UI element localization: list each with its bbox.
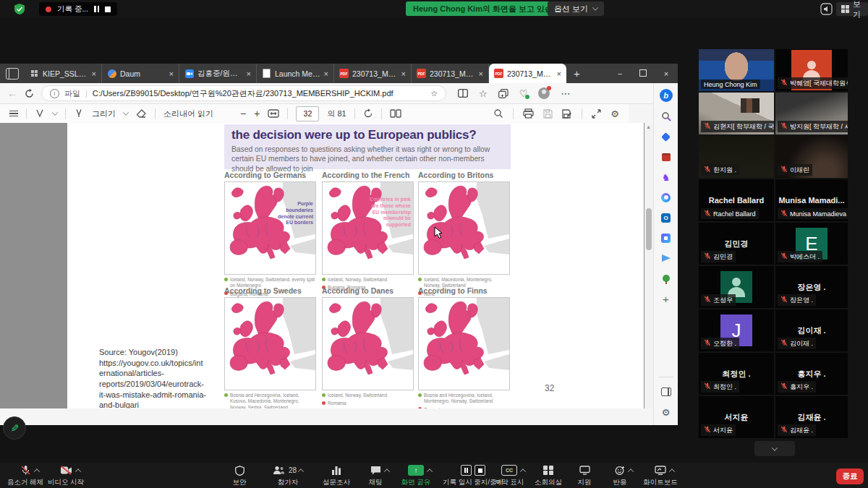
read-aloud-button[interactable]: 소리내어 읽기 bbox=[163, 108, 213, 119]
tools-icon[interactable] bbox=[660, 151, 672, 163]
new-tab-button[interactable]: + bbox=[574, 67, 580, 80]
print-icon[interactable] bbox=[523, 108, 534, 119]
tab-close-icon[interactable]: × bbox=[92, 69, 96, 78]
tab-kiep[interactable]: KIEP_SSL_VP × bbox=[25, 64, 102, 83]
tab-close-icon[interactable]: × bbox=[479, 69, 483, 78]
favorites-icon[interactable]: ☆ bbox=[479, 88, 488, 99]
view-layout-button[interactable]: 보기 bbox=[836, 2, 868, 16]
microsoft365-icon[interactable] bbox=[660, 192, 672, 203]
participants-chevron-icon[interactable] bbox=[298, 468, 304, 474]
fullscreen-icon[interactable] bbox=[592, 109, 601, 119]
draw-icon[interactable] bbox=[74, 108, 84, 119]
eco-tree-icon[interactable] bbox=[660, 273, 672, 284]
breakout-rooms-button[interactable]: 소회의실 bbox=[530, 465, 566, 487]
tab-launch-meeting[interactable]: Launch Meeting × bbox=[257, 64, 334, 83]
participant-tile[interactable]: 김현지[ 학부재학 / 국... bbox=[699, 93, 774, 134]
participant-tile[interactable]: 이채린 bbox=[775, 136, 848, 178]
annotation-pencil-button[interactable]: ✎ bbox=[3, 416, 26, 440]
more-participants-button[interactable] bbox=[754, 441, 795, 456]
page-view-icon[interactable] bbox=[390, 109, 401, 118]
participant-tile[interactable]: 장은영 . 장은영 . bbox=[775, 266, 848, 308]
support-button[interactable]: 지원 bbox=[570, 465, 599, 487]
chat-button[interactable]: 채팅 bbox=[359, 465, 391, 487]
zoom-out-button[interactable]: − bbox=[240, 108, 246, 119]
pdf-content-area[interactable]: the decision were up to European publics… bbox=[0, 123, 653, 408]
profile-avatar[interactable] bbox=[538, 87, 550, 99]
participant-tile[interactable]: 최정인 . 최정인 . bbox=[699, 353, 774, 395]
sidebar-settings-gear-icon[interactable]: ⚙ bbox=[660, 406, 672, 418]
tab-pdf-2[interactable]: PDF 230713_MEMB... × bbox=[412, 64, 489, 83]
reactions-chevron-icon[interactable] bbox=[628, 468, 634, 474]
minimize-button[interactable]: − bbox=[608, 69, 631, 78]
captions-chevron-icon[interactable] bbox=[520, 468, 526, 474]
stop-recording-icon[interactable] bbox=[475, 465, 485, 476]
participant-tile[interactable]: 홍지우 . 홍지우 . bbox=[775, 353, 848, 395]
highlighter-icon[interactable] bbox=[35, 108, 45, 119]
participant-tile[interactable]: Munisa Mamadi... Munisa Mamadieva bbox=[775, 179, 848, 221]
browser-essentials-icon[interactable]: ♡ bbox=[519, 88, 528, 99]
tab-close-icon[interactable]: × bbox=[247, 69, 251, 78]
tab-actions-icon[interactable] bbox=[6, 68, 19, 80]
tab-close-icon[interactable]: × bbox=[557, 69, 561, 78]
fit-to-width-icon[interactable] bbox=[268, 109, 279, 118]
share-chevron-icon[interactable] bbox=[427, 468, 433, 474]
participant-tile[interactable]: E 박에스더 . bbox=[775, 223, 848, 265]
collections-icon[interactable] bbox=[498, 89, 509, 98]
bing-chat-icon[interactable]: b bbox=[660, 89, 673, 102]
sidebar-toggle-icon[interactable] bbox=[660, 386, 672, 398]
share-screen-button[interactable]: ↑ 화면 공유 bbox=[396, 465, 435, 487]
tab-close-icon[interactable]: × bbox=[169, 69, 174, 78]
url-field[interactable]: i 파일 | C:/Users/ZB99015/Desktop/연구원%20관련… bbox=[41, 85, 446, 101]
add-sidebar-item-icon[interactable]: + bbox=[660, 293, 672, 304]
participant-tile[interactable]: J 오정한 . bbox=[699, 309, 774, 351]
participant-tile[interactable]: Heung Chong Kim bbox=[699, 49, 774, 91]
games-icon[interactable]: ♞ bbox=[660, 171, 672, 183]
tab-zoom[interactable]: 김홍중/원장/... × bbox=[179, 64, 257, 83]
pdf-settings-gear-icon[interactable]: ⚙ bbox=[610, 108, 619, 119]
captions-button[interactable]: CC 자막 표시 bbox=[490, 465, 528, 487]
refresh-button[interactable] bbox=[25, 89, 34, 98]
pdf-scrollbar[interactable]: ▲ bbox=[644, 123, 653, 408]
drop-icon[interactable] bbox=[660, 252, 672, 264]
rotate-icon[interactable] bbox=[363, 108, 373, 119]
participant-tile[interactable]: 김민경 김민경 bbox=[699, 223, 774, 265]
scrollbar-thumb[interactable] bbox=[646, 208, 652, 250]
outlook-icon[interactable]: O bbox=[660, 212, 672, 223]
audio-settings-icon[interactable] bbox=[820, 3, 833, 15]
page-info-icon[interactable]: i bbox=[50, 89, 59, 98]
maximize-button[interactable] bbox=[631, 69, 655, 78]
scroll-up-arrow-icon[interactable]: ▲ bbox=[646, 124, 651, 129]
zoom-in-button[interactable]: + bbox=[254, 108, 260, 119]
highlighter-chevron-icon[interactable] bbox=[52, 109, 58, 115]
participant-tile[interactable]: 한지원 . bbox=[699, 136, 774, 178]
close-button[interactable]: × bbox=[655, 69, 678, 78]
tab-close-icon[interactable]: × bbox=[401, 69, 406, 78]
reactions-button[interactable]: 반응 bbox=[604, 465, 636, 487]
eraser-icon[interactable] bbox=[136, 109, 147, 119]
end-meeting-button[interactable]: 종료 bbox=[836, 468, 864, 484]
chat-chevron-icon[interactable] bbox=[383, 468, 389, 474]
sidebar-search-icon[interactable] bbox=[660, 111, 672, 122]
draw-label[interactable]: 그리기 bbox=[92, 108, 116, 119]
tab-close-icon[interactable]: × bbox=[324, 69, 328, 78]
draw-chevron-icon[interactable] bbox=[123, 109, 129, 115]
polls-button[interactable]: 설문조사 bbox=[316, 465, 357, 487]
pause-recording-icon[interactable] bbox=[461, 465, 472, 476]
settings-menu-icon[interactable]: ⋯ bbox=[561, 88, 570, 99]
unmute-button[interactable]: 음소거 해제 bbox=[3, 465, 48, 487]
mic-options-chevron-icon[interactable] bbox=[33, 468, 39, 474]
tab-daum[interactable]: Daum × bbox=[102, 64, 179, 83]
shopping-icon[interactable] bbox=[660, 131, 672, 142]
security-button[interactable]: 보안 bbox=[224, 465, 255, 487]
participant-tile[interactable]: Rachel Ballard Rachel Ballard bbox=[699, 179, 774, 221]
video-options-chevron-icon[interactable] bbox=[75, 468, 80, 474]
participants-button[interactable]: 28 참가자 bbox=[267, 465, 309, 487]
back-button[interactable]: ← bbox=[7, 87, 17, 99]
view-options-button[interactable]: 옵션 보기 bbox=[548, 1, 604, 16]
participant-tile[interactable]: 박혜염[ 국제대학원석... bbox=[775, 49, 848, 91]
tab-pdf-1[interactable]: PDF 230713_MEMB... × bbox=[334, 64, 412, 83]
participant-tile[interactable]: 김재윤 . 김재윤 . bbox=[775, 396, 848, 438]
favorite-star-icon[interactable]: ☆ bbox=[430, 89, 438, 98]
participant-tile[interactable]: 방지원[ 학부재학 / 사... bbox=[775, 93, 848, 134]
page-number-input[interactable] bbox=[296, 106, 319, 121]
